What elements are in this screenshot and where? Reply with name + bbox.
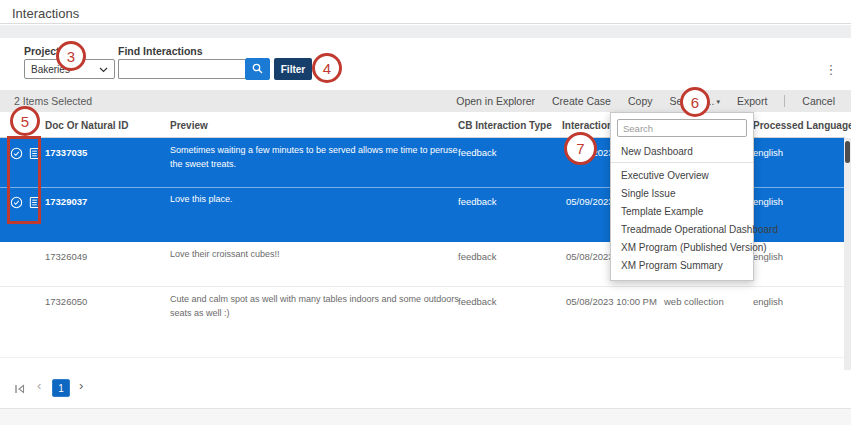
callout-3: 3 xyxy=(56,41,86,71)
row-preview: Cute and calm spot as well with many tab… xyxy=(170,293,462,321)
row-doc-id: 17326049 xyxy=(45,251,87,262)
dropdown-item-template-example[interactable]: Template Example xyxy=(611,202,753,220)
chevron-down-icon: ▾ xyxy=(716,97,720,107)
filter-button[interactable]: Filter xyxy=(274,58,312,80)
row-doc-id: 17337035 xyxy=(45,147,87,158)
callout-6: 6 xyxy=(680,87,710,117)
open-in-explorer-action[interactable]: Open in Explorer xyxy=(456,95,535,107)
export-action[interactable]: Export xyxy=(737,95,767,107)
dropdown-item-executive-overview[interactable]: Executive Overview xyxy=(611,166,753,184)
scrollbar-track xyxy=(844,138,851,370)
dropdown-search-input[interactable] xyxy=(617,119,747,137)
next-page-button[interactable]: › xyxy=(79,378,83,393)
cancel-action[interactable]: Cancel xyxy=(802,95,835,107)
chevron-down-icon xyxy=(99,64,108,75)
col-language: Processed Language xyxy=(753,120,851,131)
project-label: Project xyxy=(24,45,60,57)
row-source: web collection xyxy=(664,296,724,307)
current-page-button[interactable]: 1 xyxy=(52,379,70,397)
dropdown-item-xm-program-published[interactable]: XM Program (Published Version) xyxy=(611,238,753,256)
col-doc-id: Doc Or Natural ID xyxy=(45,120,128,131)
toolbar-divider xyxy=(784,95,785,107)
row-type: feedback xyxy=(458,296,497,307)
callout-5-highlight-rect xyxy=(7,136,41,224)
row-type: feedback xyxy=(458,147,497,158)
kebab-menu-icon[interactable]: ⋮ xyxy=(824,60,838,80)
row-preview: Love this place. xyxy=(170,193,462,207)
row-type: feedback xyxy=(458,196,497,207)
row-language: english xyxy=(753,147,783,158)
row-preview: Love their croissant cubes!! xyxy=(170,248,462,262)
callout-5: 5 xyxy=(10,106,40,136)
scrollbar-thumb[interactable] xyxy=(845,141,850,163)
row-language: english xyxy=(753,196,783,207)
row-doc-id: 17329037 xyxy=(45,196,87,207)
page-title: Interactions xyxy=(12,6,79,21)
title-bar: Interactions xyxy=(0,0,851,24)
col-interaction: Interaction xyxy=(562,120,613,131)
row-type: feedback xyxy=(458,251,497,262)
row-doc-id: 17326050 xyxy=(45,296,87,307)
callout-4: 4 xyxy=(312,53,342,83)
create-case-action[interactable]: Create Case xyxy=(552,95,611,107)
row-date: 05/09/2023 xyxy=(566,196,614,207)
row-preview: Sometimes waiting a few minutes to be se… xyxy=(170,144,462,172)
callout-7: 7 xyxy=(564,132,597,165)
row-date: 05/08/2023 xyxy=(566,251,614,262)
row-date: 05/08/2023 10:00 PM xyxy=(566,296,657,307)
row-language: english xyxy=(753,296,783,307)
find-interactions-input[interactable] xyxy=(118,59,245,79)
header-separator-band xyxy=(0,25,851,38)
send-to-dropdown: New Dashboard Executive Overview Single … xyxy=(610,112,754,281)
dropdown-item-treadmade-operational-dashboard[interactable]: Treadmade Operational Dashboard xyxy=(611,220,753,238)
interactions-page: Interactions Project Bakeries Find Inter… xyxy=(0,0,851,425)
dropdown-divider xyxy=(611,162,753,163)
selection-toolbar: 2 Items Selected Open in Explorer Create… xyxy=(0,90,851,112)
search-icon xyxy=(252,60,263,78)
col-preview: Preview xyxy=(170,120,208,131)
search-button[interactable] xyxy=(245,58,270,80)
table-row[interactable]: 17326050 Cute and calm spot as well with… xyxy=(0,287,845,358)
first-page-button[interactable] xyxy=(14,381,30,395)
dropdown-item-new-dashboard[interactable]: New Dashboard xyxy=(611,142,753,160)
col-type: CB Interaction Type xyxy=(458,120,552,131)
previous-page-button[interactable]: ‹ xyxy=(37,378,41,393)
toolbar-actions: Open in Explorer Create Case Copy Send t… xyxy=(456,95,835,107)
pagination: ‹ 1 › xyxy=(0,378,300,400)
dropdown-item-single-issue[interactable]: Single Issue xyxy=(611,184,753,202)
footer-band xyxy=(0,408,851,425)
copy-action[interactable]: Copy xyxy=(628,95,653,107)
dropdown-item-xm-program-summary[interactable]: XM Program Summary xyxy=(611,256,753,274)
find-interactions-label: Find Interactions xyxy=(118,45,203,57)
